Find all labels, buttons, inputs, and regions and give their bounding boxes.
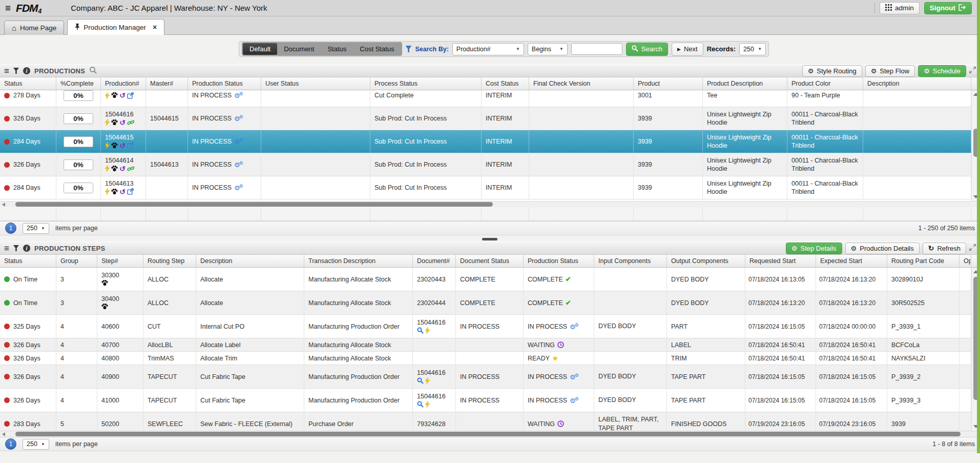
lightning-icon[interactable] <box>105 165 110 172</box>
lightning-icon[interactable] <box>105 188 110 195</box>
step-flow-button[interactable]: ⚙Step Flow <box>865 65 915 77</box>
refresh-button[interactable]: ↻Refresh <box>923 243 966 254</box>
production-row[interactable]: 278 Days0%↺IN PROCESS⚙⚙Cut CompleteINTER… <box>0 90 971 107</box>
productions-column-product[interactable]: Product <box>634 77 703 90</box>
history-icon[interactable]: ↺ <box>119 142 126 149</box>
paw-icon[interactable] <box>111 119 118 126</box>
steps-column-status[interactable]: Status <box>0 255 56 267</box>
productions-column-production-status[interactable]: Production Status <box>188 77 261 90</box>
paw-icon[interactable] <box>101 304 108 310</box>
document-search-icon[interactable] <box>417 377 424 384</box>
link-icon[interactable] <box>127 119 135 126</box>
lightning-icon[interactable] <box>425 327 430 334</box>
lightning-icon[interactable] <box>105 142 110 149</box>
step-row[interactable]: 326 Days441000TAPECUTCut Fabric TapeManu… <box>0 389 971 412</box>
step-row[interactable]: 326 Days440900TAPECUTCut Fabric TapeManu… <box>0 365 971 389</box>
productions-column-user-status[interactable]: User Status <box>261 77 370 90</box>
productions-horizontal-scrollbar[interactable] <box>0 201 980 207</box>
next-button[interactable]: ▶Next <box>672 43 703 56</box>
external-link-icon[interactable] <box>127 188 134 195</box>
paw-icon[interactable] <box>111 189 118 195</box>
steps-column-production-status[interactable]: Production Status <box>524 255 594 267</box>
panel-filter-icon[interactable] <box>13 68 19 74</box>
productions-column-description[interactable]: Description <box>863 77 971 90</box>
info-icon[interactable]: i <box>23 245 30 252</box>
page-number-button[interactable]: 1 <box>5 223 16 234</box>
panel-filter-icon[interactable] <box>13 245 19 251</box>
productions-column-product-description[interactable]: Product Description <box>703 77 787 90</box>
page-number-button[interactable]: 1 <box>5 438 16 450</box>
production-row[interactable]: 326 Days0%15044616↺15044615IN PROCESS⚙⚙S… <box>0 107 971 130</box>
external-link-icon[interactable] <box>127 142 134 149</box>
search-field-select[interactable]: Production#▼ <box>452 43 524 55</box>
records-select[interactable]: 250▼ <box>739 43 766 55</box>
lightning-icon[interactable] <box>425 377 430 384</box>
step-details-button[interactable]: ⚙Step Details <box>786 243 842 254</box>
paw-icon[interactable] <box>111 166 118 172</box>
step-row[interactable]: On Time330400ALLOCAllocateManufacturing … <box>0 291 971 315</box>
step-row[interactable]: 326 Days440800TrimMASAllocate TrimManufa… <box>0 352 971 365</box>
panel-splitter-handle[interactable] <box>482 238 497 240</box>
step-row[interactable]: 325 Days440600CUTInternal Cut POManufact… <box>0 315 971 338</box>
panel-menu-icon[interactable]: ≡ <box>4 67 9 75</box>
steps-horizontal-scrollbar[interactable] <box>0 431 980 437</box>
external-link-icon[interactable] <box>127 92 134 99</box>
lightning-icon[interactable] <box>425 401 430 408</box>
productions-column-master[interactable]: Master# <box>146 77 188 90</box>
info-icon[interactable]: i <box>23 67 30 74</box>
steps-column-op[interactable]: Op <box>960 255 971 267</box>
history-icon[interactable]: ↺ <box>119 92 126 99</box>
close-tab-icon[interactable]: × <box>153 23 157 31</box>
history-icon[interactable]: ↺ <box>119 119 126 126</box>
hamburger-menu-icon[interactable]: ≡ <box>5 3 11 13</box>
search-input[interactable] <box>571 43 622 55</box>
history-icon[interactable]: ↺ <box>119 188 126 195</box>
steps-column-description[interactable]: Description <box>196 255 304 267</box>
steps-column-expected-start[interactable]: Expected Start <box>816 255 887 267</box>
step-row[interactable]: 283 Days550200SEWFLEECSew Fabric - FLEEC… <box>0 412 971 431</box>
productions-column-status[interactable]: Status <box>0 77 56 90</box>
production-row[interactable]: 284 Days0%15044615↺IN PROCESS⚙⚙Sub Prod:… <box>0 130 971 153</box>
search-mode-document[interactable]: Document <box>277 43 321 55</box>
expand-icon[interactable] <box>969 244 976 253</box>
scrollbar-thumb[interactable] <box>15 202 493 207</box>
steps-column-routing-part-code[interactable]: Routing Part Code <box>887 255 960 267</box>
scroll-left-arrow[interactable] <box>2 432 5 436</box>
history-icon[interactable]: ↺ <box>119 165 126 172</box>
lightning-icon[interactable] <box>105 92 110 99</box>
style-routing-button[interactable]: ⚙Style Routing <box>802 65 862 77</box>
steps-column-routing-step[interactable]: Routing Step <box>143 255 196 267</box>
paw-icon[interactable] <box>101 280 108 286</box>
steps-column-transaction-description[interactable]: Transaction Description <box>304 255 413 267</box>
tab-production-manager[interactable]: Production Manager × <box>67 19 164 35</box>
productions-column-final-check-version[interactable]: Final Check Version <box>529 77 634 90</box>
steps-column-step[interactable]: Step# <box>97 255 143 267</box>
search-button[interactable]: Search <box>626 43 668 56</box>
step-row[interactable]: 326 Days440700AllocLBLAllocate LabelManu… <box>0 338 971 352</box>
steps-column-group[interactable]: Group <box>56 255 97 267</box>
production-details-button[interactable]: ⚙Production Details <box>845 243 920 254</box>
document-search-icon[interactable] <box>417 327 424 334</box>
production-row[interactable]: 284 Days0%15044613↺IN PROCESS⚙⚙Sub Prod:… <box>0 176 971 199</box>
productions-column-production[interactable]: Production# <box>101 77 146 90</box>
tab-home-page[interactable]: ⌂ Home Page <box>4 21 64 35</box>
production-row[interactable]: 326 Days0%15044614↺15044613IN PROCESS⚙⚙S… <box>0 153 971 176</box>
paw-icon[interactable] <box>111 92 118 98</box>
lightning-icon[interactable] <box>105 119 110 126</box>
steps-column-document[interactable]: Document# <box>413 255 456 267</box>
scroll-left-arrow[interactable] <box>2 203 5 207</box>
schedule-button[interactable]: ⚙Schedule <box>918 65 966 77</box>
admin-button[interactable]: admin <box>880 2 920 14</box>
panel-menu-icon[interactable]: ≡ <box>4 244 9 253</box>
signout-button[interactable]: Signout <box>924 2 972 14</box>
search-mode-status[interactable]: Status <box>321 43 353 55</box>
pin-icon[interactable] <box>75 23 80 32</box>
search-mode-cost-status[interactable]: Cost Status <box>353 43 401 55</box>
expand-icon[interactable] <box>969 66 976 75</box>
page-size-select[interactable]: 250▼ <box>23 439 49 450</box>
productions-column-product-color[interactable]: Product Color <box>787 77 863 90</box>
link-icon[interactable] <box>127 166 135 172</box>
magnifier-icon[interactable] <box>89 66 97 76</box>
search-mode-default[interactable]: Default <box>243 43 277 55</box>
steps-column-input-components[interactable]: Input Components <box>594 255 667 267</box>
